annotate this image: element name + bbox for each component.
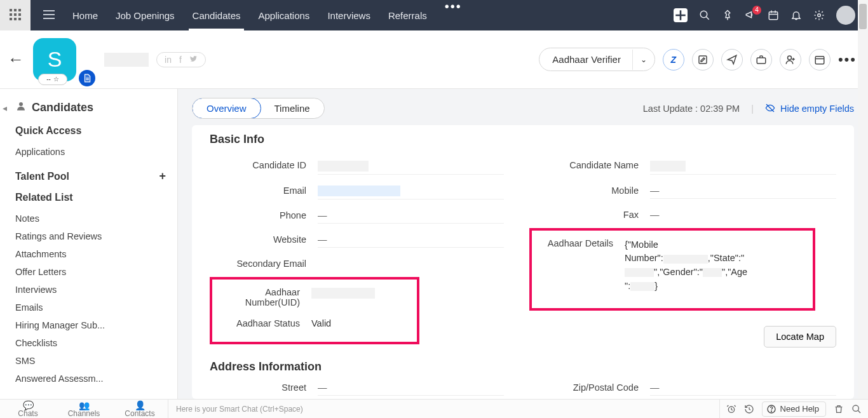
assign-user-button[interactable] — [780, 49, 801, 71]
nav-candidates[interactable]: Candidates — [184, 0, 250, 30]
details-panel: Basic Info Candidate ID Email Phone— Web… — [192, 125, 854, 399]
add-button[interactable] — [674, 8, 688, 22]
svg-rect-6 — [10, 18, 12, 20]
chat-icon: 💬 — [23, 401, 34, 410]
sidebar-item-notes[interactable]: Notes — [15, 210, 166, 227]
hide-empty-fields-link[interactable]: Hide empty Fields — [765, 103, 854, 114]
footer-search-icon[interactable] — [851, 404, 862, 414]
sidebar-title: Candidates — [15, 100, 166, 115]
collapse-sidebar-icon[interactable]: ◂ — [3, 103, 7, 113]
svg-point-21 — [818, 14, 821, 17]
nav-referrals[interactable]: Referrals — [379, 0, 436, 30]
sidebar-item-checklists[interactable]: Checklists — [15, 334, 166, 352]
need-help-button[interactable]: Need Help — [762, 401, 826, 417]
locate-map-button[interactable]: Locate Map — [764, 326, 836, 347]
mobile-label: Mobile — [542, 185, 650, 196]
send-button[interactable] — [721, 49, 743, 71]
back-arrow-icon[interactable]: ← — [8, 50, 24, 69]
footer-contacts[interactable]: 👤Contacts — [112, 401, 168, 417]
sidebar-item-hiring-manager[interactable]: Hiring Manager Sub... — [15, 316, 166, 334]
tabs-row: Overview Timeline Last Update : 02:39 PM… — [178, 89, 868, 125]
candidate-name-block: in f — [104, 52, 206, 67]
sidebar-item-interviews[interactable]: Interviews — [15, 281, 166, 299]
zip-value[interactable]: — — [650, 382, 836, 396]
street-value[interactable]: — — [318, 382, 504, 396]
briefcase-button[interactable] — [750, 49, 772, 71]
email-label: Email — [210, 185, 318, 196]
smart-chat-input[interactable]: Here is your Smart Chat (Ctrl+Space) — [168, 400, 720, 418]
nav-job-openings[interactable]: Job Openings — [107, 0, 184, 30]
facebook-icon[interactable]: f — [179, 55, 182, 65]
calendar-button[interactable] — [768, 10, 779, 21]
settings-button[interactable] — [813, 10, 825, 21]
linkedin-icon[interactable]: in — [165, 55, 172, 65]
website-value[interactable]: — — [318, 234, 504, 248]
tab-overview[interactable]: Overview — [192, 98, 261, 119]
candidate-id-label: Candidate ID — [210, 160, 318, 170]
secondary-email-value[interactable] — [318, 259, 504, 271]
email-value[interactable] — [318, 185, 504, 200]
top-nav: Home Job Openings Candidates Application… — [0, 0, 868, 30]
related-list-header: Related List — [15, 192, 166, 203]
nav-home[interactable]: Home — [64, 0, 107, 30]
svg-rect-17 — [769, 12, 778, 20]
schedule-button[interactable] — [809, 49, 831, 71]
social-links: in f — [156, 52, 206, 67]
aadhaar-verifier-label: Aadhaar Verifier — [539, 48, 632, 71]
zia-button[interactable]: Z — [663, 49, 684, 71]
street-label: Street — [210, 382, 318, 393]
edit-button[interactable] — [692, 49, 714, 71]
page-scrollbar-thumb[interactable] — [859, 4, 867, 29]
aadhaar-number-label: Aadhaar Number(UID) — [216, 287, 311, 307]
document-badge-icon[interactable] — [79, 70, 95, 86]
nav-interviews[interactable]: Interviews — [318, 0, 379, 30]
talent-pool-header[interactable]: Talent Pool + — [15, 170, 166, 183]
sidebar-item-emails[interactable]: Emails — [15, 299, 166, 316]
svg-rect-0 — [10, 9, 12, 11]
rating-pill[interactable]: -- ☆ — [38, 74, 67, 85]
pin-button[interactable] — [722, 10, 733, 21]
tab-timeline[interactable]: Timeline — [261, 98, 324, 118]
svg-line-15 — [707, 17, 709, 20]
aadhaar-highlight: Aadhaar Number(UID) Aadhaar StatusValid — [210, 277, 419, 344]
sidebar-item-attachments[interactable]: Attachments — [15, 245, 166, 263]
candidate-name-redacted — [104, 53, 149, 67]
sidebar-item-sms[interactable]: SMS — [15, 352, 166, 370]
candidate-id-value[interactable] — [318, 160, 504, 175]
nav-more[interactable]: ••• — [438, 0, 468, 30]
aadhaar-number-value[interactable] — [311, 287, 413, 300]
footer-channels[interactable]: 👥Channels — [56, 401, 112, 417]
nav-items: Home Job Openings Candidates Application… — [64, 0, 468, 30]
megaphone-button[interactable]: 4 — [745, 10, 756, 21]
phone-value[interactable]: — — [318, 210, 504, 224]
hamburger-icon[interactable] — [43, 10, 55, 21]
nav-applications[interactable]: Applications — [249, 0, 318, 30]
twitter-icon[interactable] — [189, 55, 198, 65]
more-actions[interactable]: ••• — [838, 51, 857, 68]
sidebar-item-offer-letters[interactable]: Offer Letters — [15, 263, 166, 281]
history-icon[interactable] — [744, 404, 754, 414]
page-scrollbar[interactable] — [858, 0, 868, 418]
candidate-icon — [15, 100, 27, 115]
svg-rect-5 — [18, 13, 21, 16]
sidebar-item-applications[interactable]: Applications — [15, 143, 166, 161]
add-talent-pool-icon[interactable]: + — [159, 170, 166, 183]
sidebar: ◂ Candidates Quick Access Applications T… — [0, 89, 178, 399]
search-button[interactable] — [699, 10, 710, 21]
sidebar-item-answered-assess[interactable]: Answered Assessm... — [15, 370, 166, 388]
bell-button[interactable] — [790, 10, 802, 21]
footer-chats[interactable]: 💬Chats — [0, 401, 56, 417]
user-avatar[interactable] — [836, 6, 855, 25]
candidate-header: ← S -- ☆ in f Aadhaar Verifier ⌄ Z — [0, 30, 868, 89]
sidebar-item-ratings[interactable]: Ratings and Reviews — [15, 227, 166, 245]
candidate-name-value[interactable] — [650, 160, 836, 175]
candidate-name-label: Candidate Name — [542, 160, 650, 170]
apps-launcher[interactable] — [0, 0, 31, 30]
mobile-value[interactable]: — — [650, 185, 836, 199]
fax-value[interactable]: — — [650, 210, 836, 222]
last-update-text: Last Update : 02:39 PM — [643, 104, 740, 114]
trash-icon[interactable] — [834, 404, 844, 414]
aadhaar-status-label: Aadhaar Status — [216, 318, 311, 328]
alarm-icon[interactable] — [726, 404, 736, 414]
aadhaar-verifier-dropdown[interactable]: ⌄ — [632, 50, 654, 70]
